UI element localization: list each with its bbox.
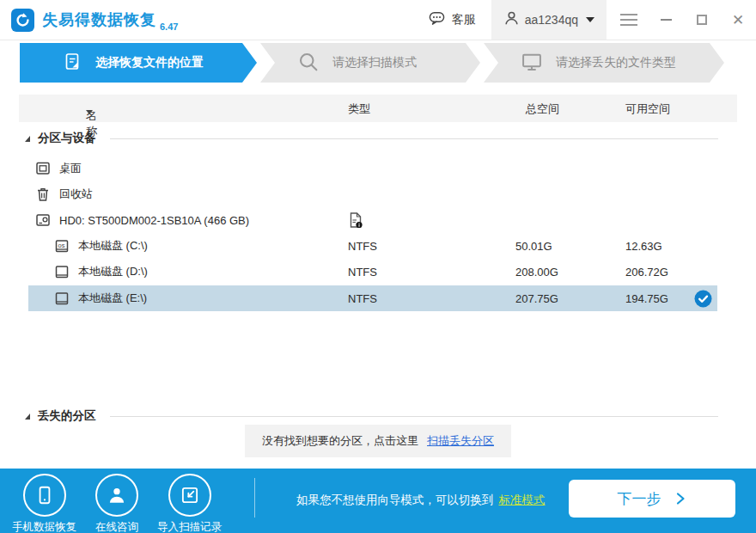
online-consult-button[interactable]: 在线咨询 xyxy=(95,474,138,533)
hint-text: 没有找到想要的分区，点击这里 xyxy=(262,433,418,449)
recycle-bin-label: 回收站 xyxy=(59,187,93,202)
hdd-label: HD0: ST500DM002-1SB10A (466 GB) xyxy=(59,214,249,227)
section-lost-label: 丢失的分区 xyxy=(38,408,96,424)
drive-c-total: 50.01G xyxy=(515,233,552,259)
hard-drive-icon xyxy=(34,211,52,229)
file-info-icon xyxy=(348,211,363,229)
support-label: 客服 xyxy=(452,12,476,28)
chat-icon xyxy=(428,9,446,30)
expand-triangle-icon xyxy=(25,414,30,420)
app-version: 6.47 xyxy=(160,21,178,32)
step-scan-mode[interactable]: 请选择扫描模式 xyxy=(260,43,480,83)
support-button[interactable]: 客服 xyxy=(419,9,485,30)
standard-mode-link[interactable]: 标准模式 xyxy=(499,493,546,506)
column-header-type[interactable]: 类型 xyxy=(348,101,370,117)
account-menu[interactable]: aa1234qq xyxy=(491,0,607,40)
lost-partition-hint: 没有找到想要的分区，点击这里 扫描丢失分区 xyxy=(245,425,511,457)
next-button-label: 下一步 xyxy=(618,489,662,509)
desktop-icon xyxy=(34,160,52,177)
app-logo-icon xyxy=(11,9,34,32)
desktop-label: 桌面 xyxy=(59,161,82,176)
mode-hint: 如果您不想使用向导模式，可以切换到标准模式 xyxy=(296,493,546,508)
online-consult-label: 在线咨询 xyxy=(95,520,138,533)
section-rule xyxy=(110,416,719,417)
step2-label: 请选择扫描模式 xyxy=(332,55,417,70)
phone-icon xyxy=(23,474,66,517)
drive-e-free: 194.75G xyxy=(625,285,668,311)
scan-lost-partition-link[interactable]: 扫描丢失分区 xyxy=(427,433,494,449)
step-wizard: 选择恢复文件的位置 请选择扫描模式 请选择丢失的文件类型 xyxy=(0,43,756,83)
drive-row-e[interactable]: 本地磁盘 (E:\) NTFS 207.75G 194.75G xyxy=(19,285,737,311)
section-devices-label: 分区与设备 xyxy=(38,131,96,146)
drive-e-total: 207.75G xyxy=(515,285,558,311)
consultant-icon xyxy=(95,474,138,517)
drive-e-label: 本地磁盘 (E:\) xyxy=(78,291,147,306)
drive-c-free: 12.63G xyxy=(625,233,662,259)
check-circle-icon xyxy=(694,290,712,308)
drive-c-type: NTFS xyxy=(348,233,377,259)
drive-e-type: NTFS xyxy=(348,285,377,311)
import-scan-label: 导入扫描记录 xyxy=(157,520,222,533)
step-file-type[interactable]: 请选择丢失的文件类型 xyxy=(484,43,724,83)
drive-d-label: 本地磁盘 (D:\) xyxy=(78,264,148,279)
minimize-button[interactable] xyxy=(648,0,684,40)
app-title: 失易得数据恢复 xyxy=(42,9,156,30)
menu-button[interactable] xyxy=(610,14,648,26)
drive-row-d[interactable]: 本地磁盘 (D:\) NTFS 208.00G 206.72G xyxy=(19,259,737,285)
monitor-icon xyxy=(520,50,544,77)
tree-item-recycle-bin[interactable]: 回收站 xyxy=(19,181,737,207)
drive-d-total: 208.00G xyxy=(515,259,558,285)
tree-item-hdd[interactable]: HD0: ST500DM002-1SB10A (466 GB) xyxy=(19,207,737,233)
drive-icon xyxy=(53,290,70,307)
close-button[interactable]: ✕ xyxy=(720,0,756,40)
phone-recovery-button[interactable]: 手机数据恢复 xyxy=(12,474,76,533)
column-header-free[interactable]: 可用空间 xyxy=(625,101,670,117)
chevron-down-icon xyxy=(586,17,594,22)
system-drive-icon: os xyxy=(53,237,70,254)
section-rule xyxy=(110,138,719,139)
drive-c-label: 本地磁盘 (C:\) xyxy=(78,238,148,254)
table-header: 名称 类型 总空间 可用空间 xyxy=(19,95,737,122)
step-choose-location[interactable]: 选择恢复文件的位置 xyxy=(20,43,257,83)
svg-text:os: os xyxy=(58,242,65,249)
step3-label: 请选择丢失的文件类型 xyxy=(556,55,676,70)
user-icon xyxy=(503,10,520,29)
titlebar: 失易得数据恢复 6.47 客服 xyxy=(0,0,756,40)
footer-bar: 手机数据恢复 在线咨询 xyxy=(0,469,756,533)
step1-label: 选择恢复文件的位置 xyxy=(95,55,204,70)
phone-recovery-label: 手机数据恢复 xyxy=(12,520,76,533)
tree-item-desktop[interactable]: 桌面 xyxy=(19,156,737,181)
drive-icon xyxy=(53,263,70,280)
footer-actions: 手机数据恢复 在线咨询 xyxy=(12,474,222,533)
section-devices[interactable]: 分区与设备 xyxy=(19,126,737,150)
import-scan-button[interactable]: 导入扫描记录 xyxy=(157,474,222,533)
account-name: aa1234qq xyxy=(525,13,578,27)
import-icon xyxy=(168,474,211,517)
drive-d-type: NTFS xyxy=(348,259,377,285)
maximize-button[interactable] xyxy=(684,0,720,40)
drive-row-c[interactable]: os 本地磁盘 (C:\) NTFS 50.01G 12.63G xyxy=(19,233,737,259)
expand-triangle-icon xyxy=(25,136,30,142)
app-window: 失易得数据恢复 6.47 客服 xyxy=(0,0,756,533)
document-edit-icon xyxy=(63,52,83,75)
footer-divider xyxy=(254,478,255,518)
trash-icon xyxy=(34,186,52,203)
drive-d-free: 206.72G xyxy=(625,259,668,285)
chevron-right-icon xyxy=(674,492,687,505)
column-header-total[interactable]: 总空间 xyxy=(526,101,559,117)
search-icon xyxy=(296,50,320,77)
sort-caret-icon xyxy=(86,110,93,114)
next-button[interactable]: 下一步 xyxy=(569,480,735,518)
